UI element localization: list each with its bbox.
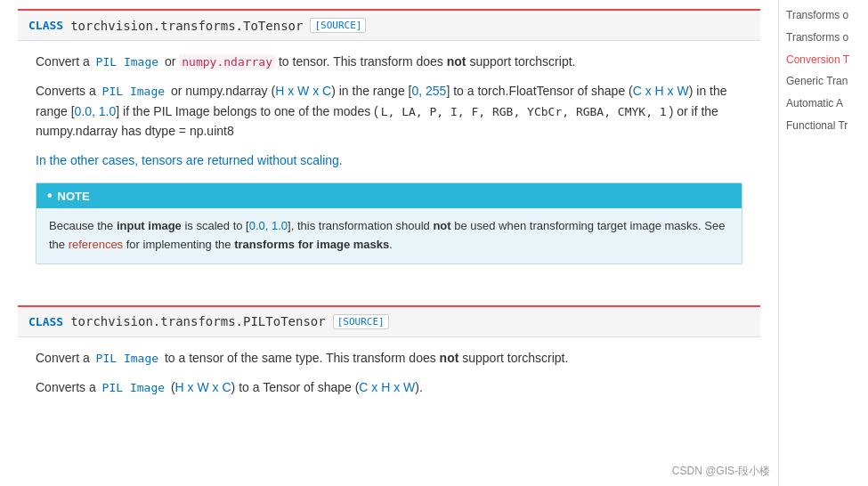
main-content: CLASS torchvision.transforms.ToTensor [S…: [0, 0, 779, 486]
sidebar-item-4[interactable]: Automatic A: [779, 93, 868, 115]
note-bullet: •: [47, 188, 53, 204]
class-body-piltotensor: Convert a PIL Image to a tensor of the s…: [18, 337, 760, 417]
sidebar-item-1[interactable]: Transforms o: [779, 27, 868, 49]
source-link-1[interactable]: [SOURCE]: [310, 18, 366, 33]
class-header-totensor: CLASS torchvision.transforms.ToTensor [S…: [18, 11, 760, 41]
note-body: Because the input image is scaled to [0.…: [37, 208, 742, 263]
class-body-totensor: Convert a PIL Image or numpy.ndarray to …: [18, 41, 760, 288]
class-keyword-1: CLASS: [28, 19, 63, 32]
desc2-piltotensor: Converts a PIL Image (H x W x C) to a Te…: [36, 377, 742, 398]
class-block-piltotensor: CLASS torchvision.transforms.PILToTensor…: [18, 305, 760, 417]
sidebar-item-0[interactable]: Transforms o: [779, 4, 868, 27]
source-link-2[interactable]: [SOURCE]: [333, 314, 389, 329]
sidebar-item-5[interactable]: Functional Tr: [779, 115, 868, 137]
class-name-piltotensor: torchvision.transforms.PILToTensor: [70, 314, 326, 328]
desc3-totensor: In the other cases, tensors are returned…: [36, 150, 742, 170]
class-keyword-2: CLASS: [28, 315, 63, 328]
watermark: CSDN @GIS-段小楼: [672, 464, 770, 479]
class-name-totensor: torchvision.transforms.ToTensor: [70, 19, 303, 33]
sidebar-item-3[interactable]: Generic Tran: [779, 70, 868, 93]
desc1-piltotensor: Convert a PIL Image to a tensor of the s…: [36, 348, 742, 369]
class-header-piltotensor: CLASS torchvision.transforms.PILToTensor…: [18, 307, 760, 337]
note-header: • NOTE: [37, 183, 742, 208]
desc2-totensor: Converts a PIL Image or numpy.ndarray (H…: [36, 81, 742, 142]
references-link[interactable]: references: [69, 238, 123, 251]
note-title: NOTE: [58, 190, 90, 203]
desc1-totensor: Convert a PIL Image or numpy.ndarray to …: [36, 52, 742, 72]
class-block-totensor: CLASS torchvision.transforms.ToTensor [S…: [18, 9, 760, 288]
sidebar-item-2[interactable]: Conversion T: [779, 49, 868, 71]
note-box: • NOTE Because the input image is scaled…: [36, 182, 742, 264]
sidebar: Transforms o Transforms o Conversion T G…: [779, 0, 868, 486]
